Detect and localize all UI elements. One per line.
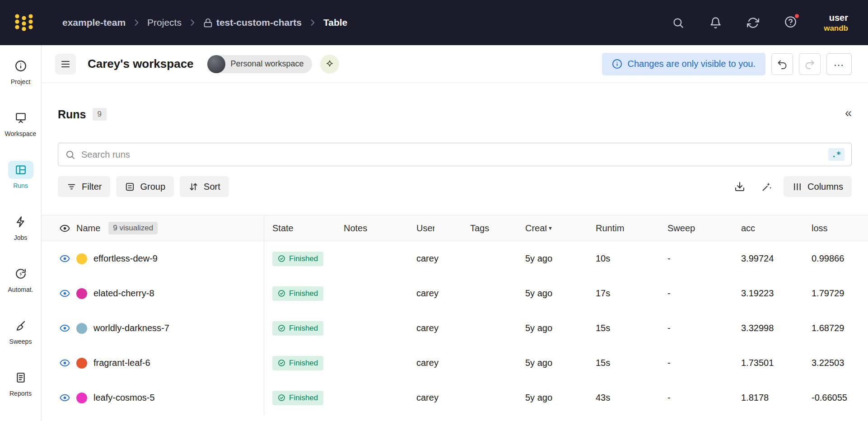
column-header-runtime[interactable]: Runtime xyxy=(588,215,659,241)
column-header-loss[interactable]: loss xyxy=(803,215,868,241)
run-row[interactable]: worldly-darkness-7 Finished carey 5y ago… xyxy=(42,311,868,346)
workspace-board-icon xyxy=(8,109,33,127)
visibility-eye-icon[interactable] xyxy=(60,358,70,368)
visibility-eye-icon[interactable] xyxy=(60,288,70,299)
user-header-label: User xyxy=(416,223,434,234)
run-name[interactable]: effortless-dew-9 xyxy=(93,253,158,264)
cell-created: 5y ago xyxy=(517,346,588,380)
runs-table-icon xyxy=(8,161,33,179)
collapse-icon: « xyxy=(845,106,852,120)
sidebar-item-sweeps[interactable]: Sweeps xyxy=(0,317,41,345)
table-header-row: Name 9 visualized State Notes User Tags … xyxy=(42,215,868,241)
sparkle-button[interactable] xyxy=(320,55,339,74)
cell-acc: 1.73501 xyxy=(733,346,803,380)
cell-user: carey xyxy=(408,311,462,346)
column-header-tags[interactable]: Tags xyxy=(462,215,517,241)
filter-button[interactable]: Filter xyxy=(58,176,110,197)
lock-icon xyxy=(203,18,213,28)
sidebar-item-project[interactable]: Project xyxy=(0,57,41,85)
undo-button[interactable] xyxy=(771,53,793,75)
search-button[interactable] xyxy=(672,17,684,29)
visibility-eye-icon[interactable] xyxy=(60,323,70,333)
state-header-label: State xyxy=(272,223,294,234)
cell-state: Finished xyxy=(264,346,336,380)
run-row[interactable]: elated-cherry-8 Finished carey 5y ago 17… xyxy=(42,276,868,311)
org-name: wandb xyxy=(824,23,848,33)
run-row[interactable]: fragrant-leaf-6 Finished carey 5y ago 15… xyxy=(42,346,868,380)
cell-created: 5y ago xyxy=(517,311,588,346)
user-value: carey xyxy=(416,358,439,368)
run-name[interactable]: elated-cherry-8 xyxy=(93,288,154,299)
filter-label: Filter xyxy=(82,182,102,192)
run-row[interactable]: effortless-dew-9 Finished carey 5y ago 1… xyxy=(42,241,868,276)
sidebar-item-workspace[interactable]: Workspace xyxy=(0,109,41,137)
loss-value: 3.22503 xyxy=(812,358,844,368)
cell-sweep: - xyxy=(659,311,733,346)
breadcrumb-projects[interactable]: Projects xyxy=(147,17,182,28)
cell-name: worldly-darkness-7 xyxy=(42,311,264,346)
run-name[interactable]: fragrant-leaf-6 xyxy=(93,358,150,368)
column-header-name[interactable]: Name 9 visualized xyxy=(42,215,264,241)
more-options-button[interactable]: … xyxy=(826,53,852,75)
sparkle-icon xyxy=(325,59,335,69)
cell-user: carey xyxy=(408,276,462,311)
breadcrumb: example-team Projects test-custom-charts… xyxy=(62,17,347,28)
wandb-logo[interactable] xyxy=(14,13,34,32)
sidebar-item-jobs[interactable]: Jobs xyxy=(0,213,41,241)
visibility-eye-icon[interactable] xyxy=(60,393,70,403)
notifications-button[interactable] xyxy=(709,17,722,29)
eye-icon[interactable] xyxy=(60,223,70,234)
user-value: carey xyxy=(416,253,439,264)
export-button[interactable] xyxy=(729,176,750,197)
run-name[interactable]: worldly-darkness-7 xyxy=(93,323,169,333)
breadcrumb-page[interactable]: Table xyxy=(323,17,347,28)
sidebar-item-label: Workspace xyxy=(5,130,37,137)
column-header-acc[interactable]: acc xyxy=(733,215,803,241)
cell-loss: 1.68729 xyxy=(803,311,868,346)
user-menu[interactable]: user wandb xyxy=(824,12,848,33)
collapse-panel-button[interactable]: « xyxy=(845,107,852,122)
cell-name: elated-cherry-8 xyxy=(42,276,264,311)
column-header-created[interactable]: Created ▼ xyxy=(517,215,588,241)
workspace-selector-label: Personal workspace xyxy=(231,59,304,69)
magic-wand-button[interactable] xyxy=(756,176,777,197)
workspace-menu-button[interactable] xyxy=(55,54,76,75)
redo-button[interactable] xyxy=(799,53,821,75)
sweep-value: - xyxy=(667,253,671,264)
visibility-eye-icon[interactable] xyxy=(60,253,70,264)
sidebar-item-runs[interactable]: Runs xyxy=(0,161,41,189)
search-icon xyxy=(672,17,684,29)
cell-sweep: - xyxy=(659,380,733,415)
runs-toolbar: Filter Group Sort Columns xyxy=(58,176,852,197)
search-runs-input[interactable] xyxy=(81,150,822,160)
acc-value: 3.32998 xyxy=(741,323,774,333)
cell-loss: 0.99866 xyxy=(803,241,868,276)
columns-button[interactable]: Columns xyxy=(784,176,852,197)
sidebar-item-automations[interactable]: Automat. xyxy=(0,265,41,293)
column-header-sweep[interactable]: Sweep xyxy=(659,215,733,241)
cell-tags xyxy=(462,380,517,415)
sort-button[interactable]: Sort xyxy=(180,176,229,197)
run-row[interactable]: leafy-cosmos-5 Finished carey 5y ago 43s… xyxy=(42,380,868,415)
run-name[interactable]: leafy-cosmos-5 xyxy=(93,393,155,403)
refresh-button[interactable] xyxy=(747,17,759,29)
help-button[interactable] xyxy=(784,16,797,30)
column-header-notes[interactable]: Notes xyxy=(336,215,408,241)
more-icon: … xyxy=(833,56,845,69)
column-header-user[interactable]: User xyxy=(408,215,462,241)
breadcrumb-team[interactable]: example-team xyxy=(62,17,126,28)
sidebar-item-reports[interactable]: Reports xyxy=(0,369,41,397)
column-header-state[interactable]: State xyxy=(264,215,336,241)
cell-sweep: - xyxy=(659,241,733,276)
cell-user: carey xyxy=(408,380,462,415)
group-button[interactable]: Group xyxy=(116,176,174,197)
regex-toggle-button[interactable]: .* xyxy=(828,148,845,161)
sweep-header-label: Sweep xyxy=(667,223,695,234)
workspace-selector[interactable]: Personal workspace xyxy=(207,55,312,73)
runtime-value: 17s xyxy=(596,288,610,299)
state-label: Finished xyxy=(289,359,318,368)
breadcrumb-project[interactable]: test-custom-charts xyxy=(203,17,302,28)
notes-header-label: Notes xyxy=(344,223,367,234)
run-color-dot xyxy=(76,323,87,334)
workspace-header: Carey's workspace Personal workspace Cha… xyxy=(42,45,868,83)
